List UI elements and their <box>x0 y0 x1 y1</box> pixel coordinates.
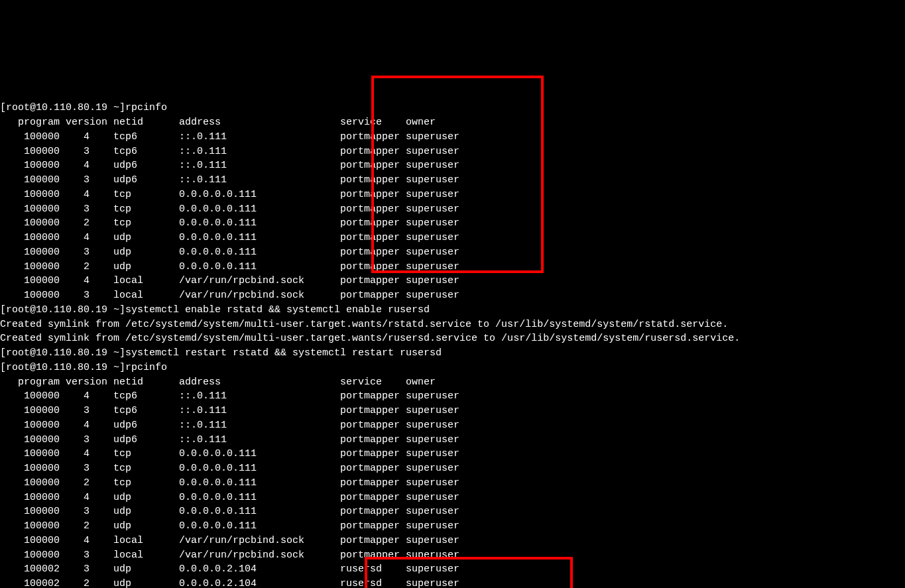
cmd-rpcinfo-2: rpcinfo <box>125 362 167 373</box>
cmd-enable: systemctl enable rstatd && systemctl ena… <box>125 304 430 316</box>
rpcinfo1-rows: 100000 4 tcp6 ::.0.111 portmapper superu… <box>0 130 905 303</box>
prompt-1: [root@10.110.80.19 ~] <box>0 102 125 113</box>
enable-output-2: Created symlink from /etc/systemd/system… <box>0 333 740 344</box>
rpcinfo2-header: program version netid address service ow… <box>0 377 436 388</box>
enable-output-1: Created symlink from /etc/systemd/system… <box>0 319 728 330</box>
prompt-4: [root@10.110.80.19 ~] <box>0 362 125 373</box>
rpcinfo1-header: program version netid address service ow… <box>0 117 436 128</box>
cmd-restart: systemctl restart rstatd && systemctl re… <box>125 347 442 359</box>
rpcinfo2-rows: 100000 4 tcp6 ::.0.111 portmapper superu… <box>0 389 905 588</box>
cmd-rpcinfo-1: rpcinfo <box>125 102 167 113</box>
prompt-2: [root@10.110.80.19 ~] <box>0 304 125 316</box>
terminal[interactable]: [root@10.110.80.19 ~]rpcinfo program ver… <box>0 58 905 588</box>
prompt-3: [root@10.110.80.19 ~] <box>0 347 125 359</box>
